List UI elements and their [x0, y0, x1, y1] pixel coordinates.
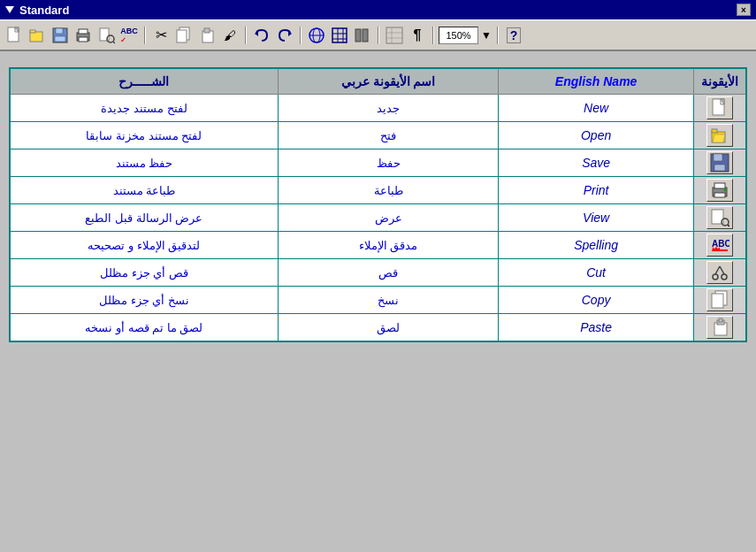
description-header: الشـــــرح: [10, 68, 278, 95]
svg-rect-3: [30, 30, 35, 33]
columns-button[interactable]: [352, 25, 373, 46]
view-icon-box: [706, 206, 733, 229]
toolbar: ABC✓ ✂ 🖌: [0, 19, 756, 51]
svg-point-51: [722, 274, 727, 280]
undo-icon: [253, 27, 271, 44]
icon-cell: [694, 150, 747, 177]
zoom-area: 150% ▼: [439, 25, 493, 46]
svg-rect-29: [386, 27, 402, 43]
print-button[interactable]: [73, 25, 94, 46]
english-name-cell: Cut: [499, 259, 694, 287]
copy-icon-box: [706, 288, 733, 311]
svg-rect-8: [79, 29, 88, 34]
english-name-cell: Paste: [499, 314, 694, 342]
separator-1: [144, 27, 146, 44]
svg-rect-9: [79, 37, 88, 42]
new-button[interactable]: [4, 25, 25, 46]
table-row: لفتح مستند جديدةجديدNew: [10, 95, 746, 122]
save-button[interactable]: [50, 25, 71, 46]
spacer: [0, 51, 756, 67]
arabic-name-cell: لصق: [278, 314, 498, 342]
svg-point-44: [724, 189, 727, 192]
arabic-name-cell: فتح: [278, 122, 498, 150]
para-icon: ¶: [414, 27, 422, 43]
cut-icon-box: [706, 261, 733, 284]
paste-button[interactable]: [196, 25, 218, 46]
format-painter-button[interactable]: 🖌: [219, 25, 241, 46]
svg-rect-58: [719, 318, 722, 322]
preview-button[interactable]: [95, 25, 117, 46]
arabic-name-cell: عرض: [278, 204, 498, 232]
help-button[interactable]: ?: [503, 25, 524, 46]
arabic-name-cell: مدقق الإملاء: [278, 232, 498, 259]
redo-button[interactable]: [274, 25, 295, 46]
icon-cell: [694, 177, 747, 204]
svg-line-47: [728, 225, 729, 226]
english-name-cell: Spelling: [499, 232, 694, 259]
close-button[interactable]: ×: [737, 4, 751, 16]
table-button[interactable]: [329, 25, 350, 46]
icon-cell: [694, 204, 747, 232]
copy-icon: [175, 27, 193, 44]
svg-rect-5: [56, 28, 63, 34]
table-row: قص أي جزء مظللقصCut: [10, 259, 746, 287]
title-bar-left: Standard: [5, 4, 69, 17]
spell-button[interactable]: ABC✓: [118, 25, 140, 46]
save-icon-box: [706, 151, 733, 174]
separator-5: [432, 27, 434, 44]
open-button[interactable]: [27, 25, 48, 46]
table-row: لصق ما تم قصه أو نسخهلصقPaste: [10, 314, 746, 342]
svg-point-50: [713, 274, 718, 280]
help-icon: ?: [507, 27, 522, 43]
description-cell: قص أي جزء مظلل: [10, 259, 278, 287]
arabic-name-cell: نسخ: [278, 287, 498, 314]
description-cell: عرض الرسالة قبل الطبع: [10, 204, 278, 232]
svg-marker-37: [713, 134, 725, 142]
svg-rect-14: [177, 30, 187, 42]
description-cell: حفظ مستند: [10, 150, 278, 177]
svg-text:ABC: ABC: [712, 239, 729, 249]
separator-6: [497, 27, 499, 44]
description-cell: لفتح مستند جديدة: [10, 95, 278, 122]
show-para-button[interactable]: ¶: [407, 25, 428, 46]
english-name-cell: Copy: [499, 287, 694, 314]
main-table-container: الشـــــرح اسم الأيقونة عربي English Nam…: [0, 67, 756, 342]
table-row: حفظ مستندحفظSave: [10, 150, 746, 177]
undo-button[interactable]: [251, 25, 272, 46]
icon-cell: ABC: [694, 232, 747, 259]
print-doc-icon: [74, 27, 92, 44]
print-icon-box: [706, 179, 733, 202]
table-row: عرض الرسالة قبل الطبععرضView: [10, 204, 746, 232]
copy-button[interactable]: [173, 25, 195, 46]
svg-line-52: [715, 266, 720, 274]
description-cell: لصق ما تم قصه أو نسخه: [10, 314, 278, 342]
description-cell: لفتح مستند مخزنة سابقا: [10, 122, 278, 150]
table-row: نسخ أي جزء مظللنسخCopy: [10, 287, 746, 314]
icon-cell: [694, 95, 747, 122]
cut-button[interactable]: ✂: [150, 25, 172, 46]
cut-icon: ✂: [156, 27, 167, 43]
arabic-name-cell: قص: [278, 259, 498, 287]
arabic-name-cell: جديد: [278, 95, 498, 122]
redo-icon: [276, 27, 294, 44]
zoom-icon: [386, 27, 403, 44]
separator-3: [300, 27, 302, 44]
zoom-btn[interactable]: [384, 25, 405, 46]
table-header-row: الشـــــرح اسم الأيقونة عربي English Nam…: [10, 68, 746, 95]
main-table: الشـــــرح اسم الأيقونة عربي English Nam…: [9, 67, 747, 342]
zoom-display[interactable]: 150%: [439, 27, 478, 44]
spell-icon: ABC✓: [120, 27, 138, 44]
svg-rect-6: [55, 36, 65, 42]
columns-icon: [354, 27, 371, 44]
window-title: Standard: [19, 4, 69, 17]
new-icon-box: [706, 96, 733, 119]
icon-cell: [694, 122, 747, 150]
table-row: لفتح مستند مخزنة سابقافتحOpen: [10, 122, 746, 150]
separator-2: [245, 27, 247, 44]
description-cell: لتدقيق الإملاء و تصحيحه: [10, 232, 278, 259]
svg-rect-36: [712, 129, 717, 133]
zoom-dropdown-button[interactable]: ▼: [480, 25, 493, 46]
hyperlink-button[interactable]: [306, 25, 327, 46]
english-name-cell: Open: [499, 122, 694, 150]
svg-line-53: [720, 266, 724, 274]
